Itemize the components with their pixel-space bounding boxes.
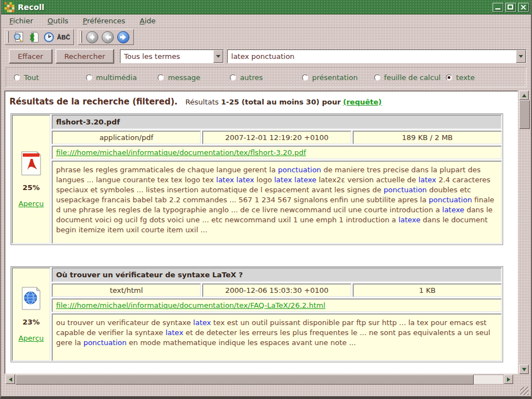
next-page-icon xyxy=(117,31,130,44)
result-item-2: 23% Aperçu Où trouver un vérificateur de… xyxy=(11,266,503,362)
html-file-icon xyxy=(21,287,41,310)
maximize-button[interactable] xyxy=(505,3,516,12)
result-item-1: 25% Aperçu flshort-3.20.pdf application/… xyxy=(11,113,503,245)
menu-outils[interactable]: Outils xyxy=(43,16,74,26)
index-update-icon xyxy=(28,31,40,43)
arrow-left-icon xyxy=(9,377,12,382)
result-size: 189 KB / 2 MB xyxy=(353,131,502,144)
search-query-input[interactable] xyxy=(228,50,516,63)
radio-icon xyxy=(302,74,308,81)
close-button[interactable] xyxy=(518,3,529,12)
result-title: flshort-3.20.pdf xyxy=(52,114,502,129)
chevron-down-icon xyxy=(216,55,220,58)
result-date: 2000-12-06 15:03:30 +0100 xyxy=(202,283,352,297)
result-mime: application/pdf xyxy=(52,131,201,144)
next-page-button[interactable] xyxy=(116,30,131,44)
first-page-button[interactable] xyxy=(84,30,100,44)
vertical-scrollbar[interactable] xyxy=(519,91,530,374)
result-1-body: flshort-3.20.pdf application/pdf 2007-12… xyxy=(51,114,503,245)
minimize-button[interactable] xyxy=(493,3,503,12)
term-explorer-icon: ÂBĈ xyxy=(57,34,71,41)
result-title: Où trouver un vérificateur de syntaxe La… xyxy=(52,267,502,282)
relevance-percent: 23% xyxy=(22,318,39,326)
previous-page-icon xyxy=(101,31,114,44)
scroll-down-button[interactable] xyxy=(519,365,529,374)
radio-icon xyxy=(14,74,20,81)
results-heading: Résultats de la recherche (filtered). Ré… xyxy=(5,91,518,113)
pdf-file-icon xyxy=(21,151,42,176)
result-url-link[interactable]: file:///home/michael/informatique/docume… xyxy=(56,301,325,310)
result-mime: text/html xyxy=(52,283,201,297)
clock-sort-icon xyxy=(43,31,55,43)
radio-tout[interactable]: Tout xyxy=(14,73,86,82)
recoll-window: Recoll Fichier Outils Préférences Aide xyxy=(0,0,532,399)
arrow-up-icon xyxy=(522,94,526,97)
search-button[interactable]: Rechercher xyxy=(56,49,114,63)
toolbar-group-nav xyxy=(78,29,134,45)
relevance-percent: 25% xyxy=(22,183,39,192)
query-link[interactable]: (requête) xyxy=(343,98,382,106)
index-update-button[interactable] xyxy=(26,30,41,44)
results-area: Résultats de la recherche (filtered). Ré… xyxy=(4,91,530,374)
search-mode-dropdown-button[interactable] xyxy=(213,50,223,63)
radio-presentation[interactable]: présentation xyxy=(302,73,374,82)
clear-button[interactable]: Effacer xyxy=(9,49,52,63)
scroll-up-button[interactable] xyxy=(519,91,529,100)
result-url-cell: file:///home/michael/informatique/docume… xyxy=(52,146,502,159)
result-url-cell: file:///home/michael/informatique/docume… xyxy=(52,298,502,312)
radio-autres[interactable]: autres xyxy=(230,73,302,82)
horizontal-scroll-track[interactable] xyxy=(15,375,504,385)
result-size: 1 KB xyxy=(353,283,502,297)
document-search-button[interactable] xyxy=(11,30,26,44)
radio-feuille-de-calcul[interactable]: feuille de calcul xyxy=(374,73,446,82)
category-filter-frame: Tout multimédia message autres présentat… xyxy=(6,67,526,87)
radio-message[interactable]: message xyxy=(158,73,230,82)
menu-aide[interactable]: Aide xyxy=(135,16,161,26)
clock-sort-button[interactable] xyxy=(41,30,56,44)
radio-multimedia[interactable]: multimédia xyxy=(86,73,158,82)
search-query-combobox xyxy=(227,49,526,63)
previous-page-button[interactable] xyxy=(100,30,116,44)
toolbar-drag-handle[interactable] xyxy=(80,31,82,43)
result-url-link[interactable]: file:///home/michael/informatique/docume… xyxy=(56,148,306,157)
menu-fichier[interactable]: Fichier xyxy=(4,16,38,26)
scroll-left-button[interactable] xyxy=(6,375,15,384)
result-2-side: 23% Aperçu xyxy=(12,267,51,361)
term-explorer-button[interactable]: ÂBĈ xyxy=(56,30,71,44)
horizontal-scroll-thumb[interactable] xyxy=(16,375,474,385)
preview-link[interactable]: Aperçu xyxy=(18,334,44,342)
search-query-dropdown-button[interactable] xyxy=(516,50,526,63)
chevron-down-icon xyxy=(519,55,523,58)
search-row: Effacer Rechercher Tous les termes xyxy=(1,46,531,66)
window-title: Recoll xyxy=(18,3,44,12)
radio-texte[interactable]: texte xyxy=(446,73,518,82)
radio-icon xyxy=(86,74,92,81)
menu-preferences[interactable]: Préférences xyxy=(78,16,130,26)
vertical-scroll-thumb[interactable] xyxy=(519,100,530,129)
results-heading-title: Résultats de la recherche (filtered). xyxy=(9,97,178,107)
toolbar-group-tools: ÂBĈ xyxy=(4,29,74,45)
results-panel: Résultats de la recherche (filtered). Ré… xyxy=(4,91,518,374)
vertical-scroll-track[interactable] xyxy=(519,100,530,365)
radio-icon xyxy=(446,74,452,81)
toolbar-drag-handle[interactable] xyxy=(7,31,9,43)
scroll-right-button[interactable] xyxy=(504,375,513,384)
preview-link[interactable]: Aperçu xyxy=(18,200,44,208)
menubar: Fichier Outils Préférences Aide xyxy=(1,14,531,28)
result-meta-row: text/html 2000-12-06 15:03:30 +0100 1 KB xyxy=(52,283,502,297)
result-date: 2007-12-01 12:19:20 +0100 xyxy=(202,131,352,144)
document-search-icon xyxy=(13,31,25,43)
arrow-right-icon xyxy=(507,377,510,382)
search-mode-value: Tous les termes xyxy=(121,50,213,63)
first-page-icon xyxy=(86,31,99,44)
titlebar[interactable]: Recoll xyxy=(1,0,531,14)
results-heading-range: 1-25 (total au moins 30) pour xyxy=(221,98,341,106)
minimize-icon xyxy=(495,8,500,9)
resize-grip[interactable] xyxy=(520,387,529,395)
result-2-body: Où trouver un vérificateur de syntaxe La… xyxy=(51,267,503,362)
search-mode-combobox[interactable]: Tous les termes xyxy=(120,49,224,63)
results-heading-label: Résultats xyxy=(185,98,219,106)
recoll-app-icon xyxy=(4,2,14,12)
result-meta-row: application/pdf 2007-12-01 12:19:20 +010… xyxy=(52,131,502,144)
horizontal-scrollbar[interactable] xyxy=(6,375,513,385)
